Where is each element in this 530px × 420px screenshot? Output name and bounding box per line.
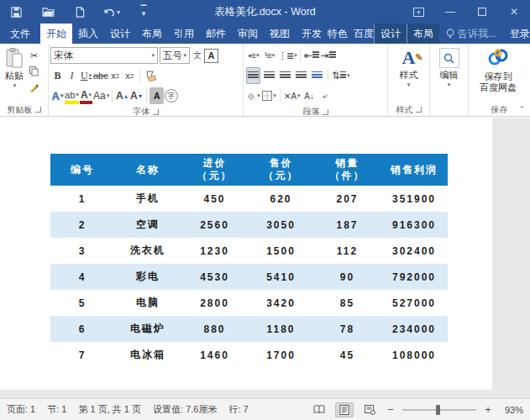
table-cell[interactable]: 45 [314,342,380,368]
borders-icon[interactable]: ▾ [262,87,276,104]
table-cell[interactable]: 手机 [114,186,181,212]
cut-icon[interactable]: ✂ [27,49,41,62]
bullet-list-icon[interactable]: •≡▾ [246,47,260,64]
table-cell[interactable]: 3 [50,238,114,264]
table-cell[interactable]: 3420 [248,290,314,316]
table-cell[interactable]: 916300 [380,212,448,238]
shrink-font-icon[interactable]: A▼ [129,87,144,104]
new-document-icon[interactable] [64,0,96,24]
table-cell[interactable]: 207 [314,186,380,212]
strikethrough-button[interactable]: abc [93,67,108,84]
paste-button[interactable]: 粘贴 ▾ [2,45,27,103]
collapse-ribbon-icon[interactable]: ⌃ [518,105,525,113]
highlight-color-icon[interactable]: ab▾ [65,87,79,104]
clear-formatting-icon[interactable] [143,67,157,84]
shading-icon[interactable]: ▾ [246,87,260,104]
print-layout-icon[interactable] [335,402,354,417]
table-cell[interactable]: 2800 [181,290,248,316]
numbered-list-icon[interactable]: ¹≡▾ [262,47,276,64]
tab-7[interactable]: 视图 [264,24,296,44]
table-cell[interactable]: 187 [314,212,380,238]
table-cell[interactable]: 7 [50,342,114,368]
table-header-cell[interactable]: 编号 [50,154,114,186]
table-cell[interactable]: 空调 [114,212,181,238]
align-left-button[interactable] [246,67,260,84]
tell-me[interactable]: 告诉我... [439,24,503,44]
align-center-button[interactable] [262,67,276,84]
paragraph-dialog-launcher-icon[interactable] [323,109,328,115]
table-cell[interactable]: 5 [50,290,114,316]
zoom-in-button[interactable]: + [483,403,493,416]
document-page[interactable]: 编号名称进价 （元）售价 （元）销量 （件）销售利润1手机45062020735… [0,118,492,390]
editing-button[interactable]: 编辑 ▾ [432,45,466,103]
close-button[interactable]: ✕ [498,0,530,24]
table-cell[interactable]: 电磁炉 [114,316,181,342]
distribute-button[interactable] [310,67,324,84]
paste-dropdown-icon[interactable]: ▾ [13,82,17,89]
zoom-out-button[interactable]: − [386,403,396,416]
align-right-button[interactable] [278,67,292,84]
font-color-icon[interactable]: A▾ [79,87,93,104]
table-cell[interactable]: 234000 [380,316,448,342]
status-page[interactable]: 页面: 1 [7,403,35,416]
sort-icon[interactable]: A↓ [302,87,317,104]
table-cell[interactable]: 1700 [248,342,314,368]
tab-2[interactable]: 设计 [104,24,136,44]
zoom-slider-thumb[interactable] [436,405,440,415]
table-cell[interactable]: 5410 [248,264,314,290]
clipboard-dialog-launcher-icon[interactable] [35,107,41,113]
status-setting[interactable]: 设置值: 7.6厘米 [153,403,217,416]
tab-8[interactable]: 开发工具 [296,24,322,44]
decrease-indent-icon[interactable]: ⇤ [304,47,319,64]
change-case-icon[interactable]: Aa▾ [93,87,109,104]
superscript-button[interactable]: x2 [123,67,137,84]
styles-button[interactable]: A✎ 样式 ▾ [390,45,428,103]
table-cell[interactable]: 90 [314,264,380,290]
line-spacing-icon[interactable]: ⇅▾ [332,67,350,84]
styles-dialog-launcher-icon[interactable] [416,107,422,113]
table-cell[interactable]: 112 [314,238,380,264]
phonetic-guide-icon[interactable]: 文 [190,47,204,64]
show-hide-marks-icon[interactable]: ⤶ [318,87,333,104]
table-cell[interactable]: 彩电 [114,264,181,290]
read-mode-icon[interactable] [310,402,328,417]
table-cell[interactable]: 2 [50,212,114,238]
format-painter-icon[interactable] [27,81,41,94]
font-size-select[interactable]: 五号 ▾ [160,47,190,64]
table-cell[interactable]: 1180 [248,316,314,342]
editing-dropdown-icon[interactable]: ▾ [448,81,451,88]
character-border-icon[interactable]: A [204,49,218,63]
customize-quick-access-icon[interactable]: ▔▾ [128,0,160,24]
styles-dropdown-icon[interactable]: ▾ [407,81,411,88]
table-cell[interactable]: 1500 [248,238,314,264]
status-line[interactable]: 行: 7 [228,403,248,416]
font-name-dropdown-icon[interactable]: ▾ [151,52,155,59]
table-header-cell[interactable]: 进价 （元） [181,154,248,186]
maximize-button[interactable] [466,0,498,24]
table-cell[interactable]: 302400 [380,238,448,264]
zoom-level[interactable]: 93% [500,405,523,415]
table-header-cell[interactable]: 销量 （件） [314,154,380,186]
tab-6[interactable]: 审阅 [232,24,264,44]
font-dialog-launcher-icon[interactable] [153,109,159,115]
tab-3[interactable]: 布局 [136,24,168,44]
open-icon[interactable] [32,0,64,24]
text-effects-icon[interactable]: A▾ [50,87,65,104]
tab-0[interactable]: 开始 [40,24,72,44]
table-cell[interactable]: 108000 [380,342,448,368]
table-cell[interactable]: 4530 [181,264,248,290]
table-cell[interactable]: 4 [50,264,114,290]
table-cell[interactable]: 78 [314,316,380,342]
minimize-button[interactable]: — [434,0,466,24]
table-cell[interactable]: 电冰箱 [114,342,181,368]
tab-table-design[interactable]: 设计 [374,24,407,44]
status-page-of[interactable]: 第 1 页, 共 1 页 [78,403,141,416]
table-cell[interactable]: 620 [248,186,314,212]
status-section[interactable]: 节: 1 [47,403,66,416]
web-layout-icon[interactable] [360,402,379,417]
table-header-cell[interactable]: 售价 （元） [248,154,314,186]
font-name-select[interactable]: 宋体 ▾ [50,47,158,64]
tab-4[interactable]: 引用 [168,24,200,44]
tab-9[interactable]: 特色功能 [322,24,348,44]
tab-1[interactable]: 插入 [72,24,104,44]
